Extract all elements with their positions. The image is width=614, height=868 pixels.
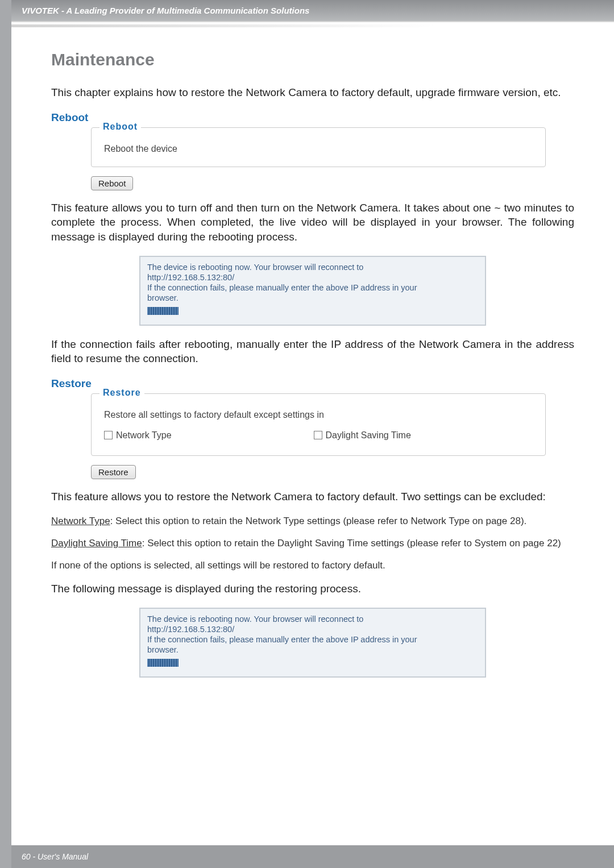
network-type-paragraph: Network Type: Select this option to reta…: [51, 515, 574, 528]
restore-button[interactable]: Restore: [91, 465, 136, 479]
reboot-button[interactable]: Reboot: [91, 176, 133, 190]
checkbox-icon: [314, 431, 322, 439]
page-title: Maintenance: [51, 50, 574, 69]
restore-msg-line-1: The device is rebooting now. Your browse…: [147, 614, 478, 624]
restore-checkbox-row: Network Type Daylight Saving Time: [104, 430, 533, 441]
daylight-saving-paragraph: Daylight Saving Time: Select this option…: [51, 537, 574, 550]
reboot-msg-line-1: The device is rebooting now. Your browse…: [147, 263, 478, 272]
header-title: VIVOTEK - A Leading Provider of Multimed…: [22, 6, 309, 15]
network-type-underline: Network Type: [51, 516, 110, 526]
reboot-progress-bar: [147, 307, 179, 315]
reboot-message-box: The device is rebooting now. Your browse…: [139, 256, 486, 326]
checkbox-icon: [104, 431, 113, 439]
restore-description: This feature allows you to restore the N…: [51, 489, 574, 504]
content: Maintenance This chapter explains how to…: [11, 27, 614, 678]
restore-legend: Restore: [99, 388, 144, 398]
reboot-fieldset: Reboot Reboot the device: [91, 127, 546, 167]
restore-message-box: The device is rebooting now. Your browse…: [139, 608, 486, 678]
restore-fieldset: Restore Restore all settings to factory …: [91, 393, 546, 456]
reboot-description: This feature allows you to turn off and …: [51, 201, 574, 244]
restore-follow-paragraph: The following message is displayed durin…: [51, 582, 574, 596]
restore-fieldset-body: Restore all settings to factory default …: [104, 410, 533, 420]
reboot-fieldset-body: Reboot the device: [104, 144, 533, 154]
page-outer: VIVOTEK - A Leading Provider of Multimed…: [0, 0, 614, 868]
header-bar: VIVOTEK - A Leading Provider of Multimed…: [11, 0, 614, 22]
reboot-legend: Reboot: [99, 122, 141, 132]
network-type-label: Network Type: [116, 430, 172, 441]
daylight-saving-underline: Daylight Saving Time: [51, 538, 142, 549]
footer-text: 60 - User's Manual: [22, 852, 88, 861]
reboot-fail-paragraph: If the connection fails after rebooting,…: [51, 337, 574, 366]
network-type-option[interactable]: Network Type: [104, 430, 172, 441]
daylight-saving-rest: : Select this option to retain the Dayli…: [142, 538, 561, 549]
reboot-msg-line-2: http://192.168.5.132:80/: [147, 273, 478, 282]
reboot-msg-line-4: browser.: [147, 293, 478, 302]
network-type-rest: : Select this option to retain the Netwo…: [110, 516, 527, 526]
daylight-saving-option[interactable]: Daylight Saving Time: [314, 430, 411, 441]
footer-bar: 60 - User's Manual: [11, 845, 614, 868]
daylight-saving-label: Daylight Saving Time: [326, 430, 411, 441]
restore-none-paragraph: If none of the options is selected, all …: [51, 559, 574, 572]
restore-msg-line-3: If the connection fails, please manually…: [147, 635, 478, 644]
restore-msg-line-4: browser.: [147, 645, 478, 654]
restore-progress-bar: [147, 659, 179, 667]
reboot-msg-line-3: If the connection fails, please manually…: [147, 283, 478, 292]
restore-msg-line-2: http://192.168.5.132:80/: [147, 625, 478, 634]
intro-paragraph: This chapter explains how to restore the…: [51, 85, 574, 100]
